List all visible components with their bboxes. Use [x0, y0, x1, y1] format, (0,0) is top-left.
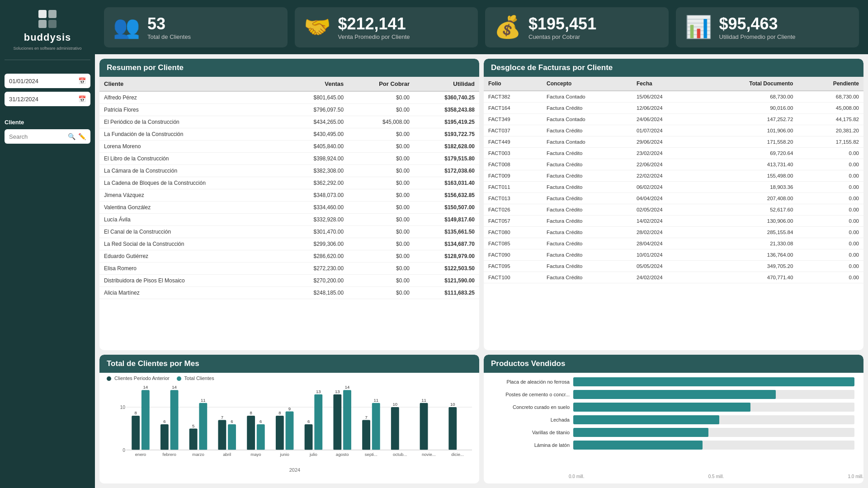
- svg-text:14: 14: [143, 385, 148, 390]
- hbar-label: Concreto curado en suelo: [488, 404, 570, 410]
- svg-text:6: 6: [307, 419, 310, 424]
- svg-text:14: 14: [345, 385, 350, 390]
- resumen-header: Resumen por Cliente: [99, 59, 479, 77]
- svg-rect-43: [333, 394, 341, 450]
- svg-text:marzo: marzo: [192, 452, 204, 457]
- venta-label: Venta Promedio por Cliente: [338, 33, 410, 40]
- chart-header: Total de Clientes por Mes: [99, 355, 479, 373]
- svg-text:octub...: octub...: [393, 452, 407, 457]
- table-row: FACT449Factura Contado29/06/2024171,558.…: [484, 136, 863, 148]
- svg-text:julio: julio: [309, 452, 317, 457]
- main-content: Resumen por Cliente Cliente Ventas Por C…: [95, 54, 868, 488]
- svg-text:enero: enero: [135, 452, 146, 457]
- bar-chart-svg: 010814enero614febrero511marzo76abril86ma…: [118, 384, 472, 465]
- clientes-value: 53: [147, 14, 191, 33]
- search-icon[interactable]: 🔍: [68, 133, 75, 140]
- svg-rect-45: [343, 390, 351, 450]
- svg-rect-25: [228, 424, 236, 450]
- svg-rect-56: [420, 403, 428, 450]
- svg-text:10: 10: [450, 402, 455, 407]
- hbar-row: Varillas de titanio: [488, 428, 854, 437]
- svg-rect-50: [372, 403, 380, 450]
- end-date-input[interactable]: [9, 96, 75, 103]
- bar-chart-area: 010814enero614febrero511marzo76abril86ma…: [99, 384, 479, 479]
- svg-rect-0: [38, 10, 47, 18]
- stat-card-clientes: 👥 53 Total de Clientes: [104, 7, 288, 47]
- svg-text:septi...: septi...: [365, 452, 377, 457]
- end-date-row[interactable]: 📅: [5, 92, 90, 106]
- table-row: Jimena Vázquez$348,073.00$0.00$156,632.8…: [99, 189, 479, 202]
- table-row: FACT037Factura Crédito01/07/2024101,906.…: [484, 125, 863, 136]
- legend-total: Total Clientes: [177, 375, 214, 381]
- clientes-label: Total de Clientes: [147, 33, 191, 40]
- legend-prev: Clientes Periodo Anterior: [107, 375, 170, 381]
- table-row: FACT011Factura Crédito06/02/202418,903.3…: [484, 182, 863, 193]
- clear-icon[interactable]: ✏️: [78, 133, 86, 140]
- svg-text:novie...: novie...: [422, 452, 436, 457]
- svg-rect-3: [48, 20, 57, 28]
- table-row: FACT164Factura Crédito12/06/202490,016.0…: [484, 103, 863, 114]
- filter-section: Cliente 🔍 ✏️: [5, 119, 90, 144]
- cobrar-value: $195,451: [528, 14, 596, 33]
- hbar-row: Lechada: [488, 415, 854, 424]
- svg-rect-15: [170, 390, 179, 450]
- svg-text:junio: junio: [280, 452, 289, 457]
- table-row: Valentina González$334,460.00$0.00$150,5…: [99, 202, 479, 214]
- col-cliente: Cliente: [99, 77, 283, 91]
- hbar-track: [573, 428, 854, 437]
- venta-value: $212,141: [338, 14, 410, 33]
- filter-label: Cliente: [5, 119, 90, 126]
- svg-rect-38: [305, 424, 313, 450]
- hbar-row: Placa de aleación no ferrosa: [488, 377, 854, 386]
- svg-rect-18: [189, 429, 198, 450]
- stat-card-venta: 🤝 $212,141 Venta Promedio por Cliente: [295, 7, 478, 47]
- legend-dot-prev: [107, 376, 111, 381]
- facturas-header: Desgloce de Facturas por Cliente: [484, 59, 863, 77]
- table-row: FACT026Factura Crédito02/05/202452,617.6…: [484, 204, 863, 216]
- logo-sub: Soluciones en software administrativo: [13, 46, 81, 51]
- table-row: FACT100Factura Crédito24/02/2024470,771.…: [484, 272, 863, 283]
- start-date-input[interactable]: [9, 78, 75, 84]
- search-row[interactable]: 🔍 ✏️: [5, 129, 90, 144]
- calendar-icon-start: 📅: [78, 77, 86, 84]
- calendar-icon-end: 📅: [78, 95, 86, 103]
- svg-rect-20: [199, 403, 207, 450]
- col-concepto: Concepto: [542, 77, 632, 91]
- table-row: FACT003Factura Crédito23/02/202469,720.6…: [484, 148, 863, 159]
- sidebar: buddysis Soluciones en software administ…: [0, 0, 95, 488]
- stat-card-utilidad: 📊 $95,463 Utilidad Promedio por Cliente: [676, 7, 859, 47]
- start-date-row[interactable]: 📅: [5, 74, 90, 88]
- table-row: FACT008Factura Crédito22/06/2024413,731.…: [484, 159, 863, 170]
- stat-card-cobrar: 💰 $195,451 Cuentas por Cobrar: [485, 7, 669, 47]
- date-section: 📅 📅: [5, 74, 90, 106]
- table-row: Alicia Martínez$248,185.00$0.00$111,683.…: [99, 287, 479, 299]
- hbar-label: Lechada: [488, 417, 570, 422]
- legend-dot-total: [177, 376, 181, 381]
- svg-rect-33: [276, 416, 284, 450]
- hbar-fill: [573, 403, 750, 412]
- utilidad-label: Utilidad Promedio por Cliente: [719, 33, 796, 40]
- table-row: La Cámara de la Construcción$382,308.00$…: [99, 165, 479, 177]
- table-row: Distribuidora de Pisos El Mosaico$270,20…: [99, 275, 479, 287]
- hbar-row: Concreto curado en suelo: [488, 403, 854, 412]
- resumen-table: Cliente Ventas Por Cobrar Utilidad Alfre…: [99, 77, 479, 299]
- table-row: Elisa Romero$272,230.00$0.00$122,503.50: [99, 263, 479, 275]
- hbar-track: [573, 441, 854, 450]
- logo-text: buddysis: [24, 32, 71, 43]
- table-row: La Cadena de Bloques de la Construcción$…: [99, 177, 479, 189]
- svg-text:agosto: agosto: [336, 452, 349, 457]
- facturas-table-container[interactable]: Folio Concepto Fecha Total Documento Pen…: [484, 77, 863, 350]
- resumen-table-container[interactable]: Cliente Ventas Por Cobrar Utilidad Alfre…: [99, 77, 479, 350]
- col-pendiente: Pendiente: [797, 77, 863, 91]
- search-input[interactable]: [9, 133, 65, 140]
- svg-rect-1: [48, 10, 57, 18]
- svg-rect-53: [391, 407, 399, 450]
- hbar-label: Lámina de latón: [488, 442, 570, 448]
- resumen-section: Resumen por Cliente Cliente Ventas Por C…: [99, 59, 479, 350]
- svg-text:9: 9: [288, 406, 291, 411]
- facturas-table: Folio Concepto Fecha Total Documento Pen…: [484, 77, 863, 283]
- table-row: Lorena Moreno$405,840.00$0.00$182,628.00: [99, 141, 479, 153]
- logo-icon: [38, 9, 57, 29]
- hbar-fill: [573, 428, 708, 437]
- hbar-fill: [573, 377, 854, 386]
